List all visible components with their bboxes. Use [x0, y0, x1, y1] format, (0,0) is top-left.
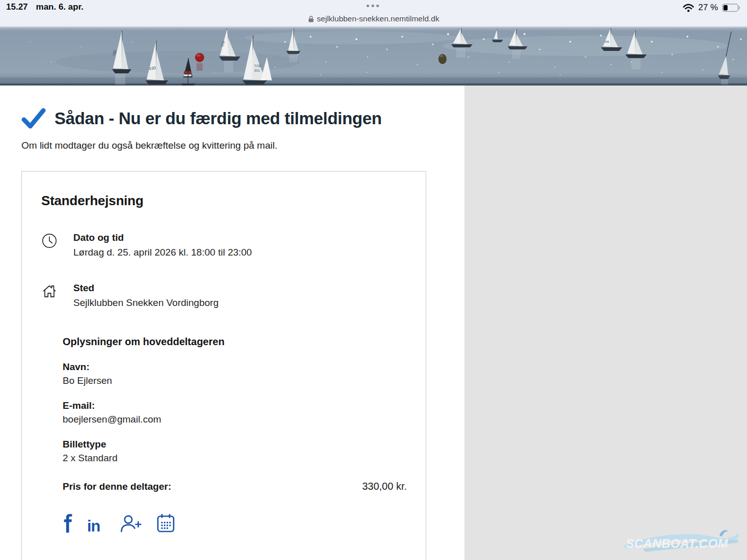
event-summary-card: Standerhejsning Dato og tid Lørdag d. 25… — [21, 171, 426, 560]
ticket-value: 2 x Standard — [63, 453, 407, 464]
svg-text:TOE: TOE — [254, 64, 262, 68]
location-value: Sejlklubben Snekken Vordingborg — [73, 297, 218, 309]
name-value: Bo Ejlersen — [63, 375, 407, 386]
share-actions: in — [63, 514, 407, 533]
lock-icon — [308, 15, 314, 23]
battery-icon — [722, 4, 741, 12]
page-gutter — [464, 86, 747, 560]
ticket-field: Billettype 2 x Standard — [63, 439, 407, 464]
calendar-icon — [157, 514, 175, 533]
sailboats-water-graphic: 790 430 — [0, 26, 747, 86]
facebook-share-button[interactable] — [63, 514, 73, 533]
confirmation-header: Sådan - Nu er du færdig med tilmeldingen — [21, 108, 464, 129]
event-title: Standerhejsning — [41, 193, 407, 209]
confirmation-subtitle: Om lidt modtager du også bekræftelse og … — [21, 140, 464, 151]
ipad-safari-screen: 15.27 man. 6. apr. ••• sejlklubben-snekk… — [0, 0, 747, 560]
participant-heading: Oplysninger om hoveddeltageren — [63, 336, 407, 348]
dark-buoy — [438, 54, 447, 64]
home-icon — [41, 283, 58, 309]
linkedin-share-button[interactable]: in — [87, 517, 106, 533]
facebook-icon — [63, 514, 73, 533]
email-label: E-mail: — [63, 400, 407, 411]
name-field: Navn: Bo Ejlersen — [63, 361, 407, 386]
status-left: 15.27 man. 6. apr. — [6, 2, 84, 12]
location-label: Sted — [73, 283, 218, 294]
email-field: E-mail: boejlersen@gmail.com — [63, 400, 407, 425]
name-label: Navn: — [63, 361, 407, 373]
price-label: Pris for denne deltager: — [63, 481, 171, 492]
status-date: man. 6. apr. — [36, 2, 84, 12]
svg-text:in: in — [87, 517, 100, 533]
location-row: Sted Sejlklubben Snekken Vordingborg — [41, 283, 407, 309]
datetime-value: Lørdag d. 25. april 2026 kl. 18:00 til 2… — [73, 247, 252, 258]
svg-text:246: 246 — [604, 40, 609, 43]
battery-percent: 27 % — [698, 3, 718, 13]
svg-text:301: 301 — [254, 69, 260, 72]
ticket-label: Billettype — [63, 439, 407, 450]
address-bar[interactable]: sejlklubben-snekken.nemtilmeld.dk — [308, 14, 439, 23]
price-row: Pris for denne deltager: 330,00 kr. — [63, 481, 407, 492]
wifi-icon — [683, 4, 694, 12]
address-url: sejlklubben-snekken.nemtilmeld.dk — [317, 14, 439, 23]
safari-top-bar: 15.27 man. 6. apr. ••• sejlklubben-snekk… — [0, 0, 747, 26]
invite-friend-button[interactable] — [120, 514, 143, 533]
price-value: 330,00 kr. — [362, 481, 407, 492]
add-person-icon — [120, 514, 143, 533]
email-value: boejlersen@gmail.com — [63, 414, 407, 425]
status-time: 15.27 — [6, 2, 28, 12]
page-title: Sådan - Nu er du færdig med tilmeldingen — [54, 109, 382, 128]
participant-section: Oplysninger om hoveddeltageren Navn: Bo … — [63, 336, 407, 464]
status-right: 27 % — [683, 3, 741, 13]
toolbar-ellipsis-button[interactable]: ••• — [366, 1, 381, 11]
main-column: Sådan - Nu er du færdig med tilmeldingen… — [0, 86, 464, 560]
clock-icon — [41, 232, 58, 258]
linkedin-icon: in — [87, 517, 106, 533]
datetime-row: Dato og tid Lørdag d. 25. april 2026 kl.… — [41, 232, 407, 258]
check-icon — [21, 108, 46, 129]
datetime-label: Dato og tid — [73, 232, 252, 243]
page-body: Sådan - Nu er du færdig med tilmeldingen… — [0, 86, 747, 560]
add-to-calendar-button[interactable] — [157, 514, 175, 533]
event-banner-image: 790 430 — [0, 26, 747, 86]
